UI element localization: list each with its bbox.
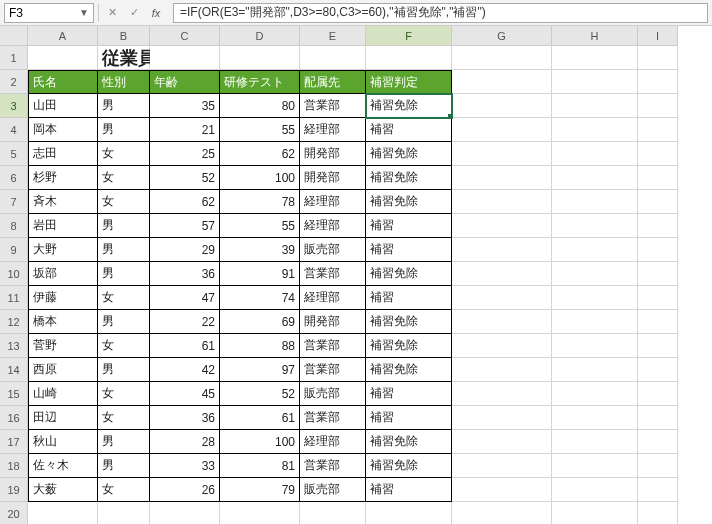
cell[interactable] [366, 46, 452, 70]
cell[interactable] [552, 358, 638, 382]
cancel-icon[interactable]: ✕ [103, 4, 121, 22]
cell[interactable] [452, 406, 552, 430]
cell[interactable]: 伊藤 [28, 286, 98, 310]
cell[interactable]: 西原 [28, 358, 98, 382]
cell[interactable] [638, 166, 678, 190]
row-header-1[interactable]: 1 [0, 46, 28, 70]
name-box[interactable]: F3 ▼ [4, 3, 94, 23]
cell[interactable]: 100 [220, 166, 300, 190]
col-header-D[interactable]: D [220, 26, 300, 46]
cell[interactable] [552, 382, 638, 406]
cell[interactable]: 62 [220, 142, 300, 166]
cell[interactable] [150, 502, 220, 524]
cell[interactable] [552, 430, 638, 454]
cell[interactable]: 36 [150, 262, 220, 286]
cell[interactable] [552, 502, 638, 524]
cell[interactable]: 佐々木 [28, 454, 98, 478]
cell[interactable] [28, 46, 98, 70]
cell[interactable] [452, 382, 552, 406]
cell[interactable]: 斉木 [28, 190, 98, 214]
cell[interactable]: 男 [98, 214, 150, 238]
cell[interactable]: 52 [220, 382, 300, 406]
cell[interactable] [452, 46, 552, 70]
row-header-18[interactable]: 18 [0, 454, 28, 478]
cell[interactable]: 女 [98, 478, 150, 502]
cell[interactable]: 男 [98, 94, 150, 118]
cell[interactable]: 大野 [28, 238, 98, 262]
cell[interactable] [28, 502, 98, 524]
col-header-F[interactable]: F [366, 26, 452, 46]
row-header-19[interactable]: 19 [0, 478, 28, 502]
cell[interactable] [552, 118, 638, 142]
cell[interactable]: 45 [150, 382, 220, 406]
cell[interactable] [552, 94, 638, 118]
row-header-8[interactable]: 8 [0, 214, 28, 238]
cell[interactable]: 補習免除 [366, 262, 452, 286]
cell[interactable]: 山田 [28, 94, 98, 118]
cell[interactable]: 補習免除 [366, 430, 452, 454]
cell[interactable]: 経理部 [300, 214, 366, 238]
cell[interactable] [638, 286, 678, 310]
cell[interactable] [552, 262, 638, 286]
cell[interactable]: 営業部 [300, 94, 366, 118]
cell[interactable]: 補習免除 [366, 310, 452, 334]
cell[interactable] [452, 286, 552, 310]
cell[interactable]: 坂部 [28, 262, 98, 286]
cell[interactable]: 55 [220, 118, 300, 142]
cell[interactable] [638, 190, 678, 214]
col-header-A[interactable]: A [28, 26, 98, 46]
cell[interactable]: 81 [220, 454, 300, 478]
col-header-I[interactable]: I [638, 26, 678, 46]
cell[interactable]: 補習免除 [366, 454, 452, 478]
cell[interactable]: 57 [150, 214, 220, 238]
col-header-E[interactable]: E [300, 26, 366, 46]
cell[interactable] [552, 190, 638, 214]
cell[interactable] [638, 430, 678, 454]
cell[interactable]: 男 [98, 430, 150, 454]
select-all-corner[interactable] [0, 26, 28, 46]
cell[interactable] [552, 334, 638, 358]
cell[interactable]: 杉野 [28, 166, 98, 190]
row-header-20[interactable]: 20 [0, 502, 28, 524]
cell[interactable] [452, 454, 552, 478]
cell[interactable] [638, 382, 678, 406]
cell[interactable] [552, 286, 638, 310]
cell[interactable] [220, 502, 300, 524]
cell[interactable]: 販売部 [300, 478, 366, 502]
cell[interactable]: 女 [98, 406, 150, 430]
cell[interactable] [638, 70, 678, 94]
cell[interactable]: 22 [150, 310, 220, 334]
cell[interactable] [638, 478, 678, 502]
cell[interactable]: 補習免除 [366, 190, 452, 214]
cell[interactable]: 男 [98, 238, 150, 262]
cell[interactable]: 88 [220, 334, 300, 358]
cell[interactable]: 男 [98, 310, 150, 334]
col-header-B[interactable]: B [98, 26, 150, 46]
cell[interactable]: 経理部 [300, 190, 366, 214]
cell[interactable]: 秋山 [28, 430, 98, 454]
cell[interactable]: 補習 [366, 478, 452, 502]
cell[interactable] [452, 430, 552, 454]
cell[interactable] [552, 406, 638, 430]
cell[interactable]: 女 [98, 190, 150, 214]
cell[interactable] [638, 334, 678, 358]
cell[interactable]: 女 [98, 334, 150, 358]
cell[interactable] [366, 502, 452, 524]
cell[interactable]: 女 [98, 142, 150, 166]
cell[interactable]: 経理部 [300, 286, 366, 310]
cell[interactable]: 100 [220, 430, 300, 454]
cell[interactable] [638, 406, 678, 430]
cell[interactable]: 補習免除 [366, 358, 452, 382]
cell[interactable]: 女 [98, 166, 150, 190]
row-header-3[interactable]: 3 [0, 94, 28, 118]
cell[interactable]: 47 [150, 286, 220, 310]
cell[interactable] [452, 94, 552, 118]
cell[interactable] [552, 238, 638, 262]
cell[interactable]: 62 [150, 190, 220, 214]
cell[interactable] [98, 502, 150, 524]
cell[interactable] [552, 214, 638, 238]
row-header-16[interactable]: 16 [0, 406, 28, 430]
cell[interactable]: 経理部 [300, 118, 366, 142]
check-icon[interactable]: ✓ [125, 4, 143, 22]
cell[interactable]: 補習 [366, 118, 452, 142]
